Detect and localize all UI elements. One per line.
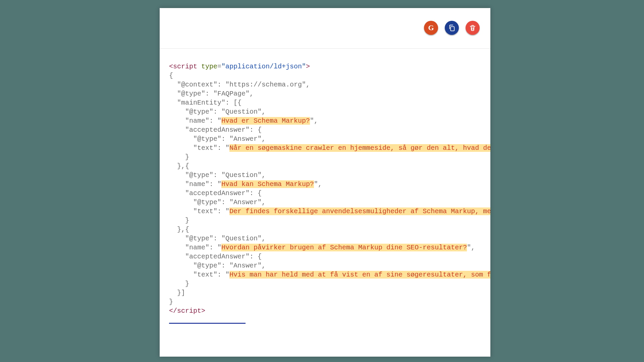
code-line: "@type": "Question", [169, 171, 266, 179]
trash-icon [469, 24, 476, 32]
google-icon: G [428, 23, 434, 32]
code-token: > [306, 63, 310, 70]
code-line: "@type": "Question", [169, 108, 266, 116]
highlighted-text: Der findes forskellige anvendelsesmuligh… [229, 207, 490, 215]
code-line: "acceptedAnswer": { [169, 126, 262, 134]
code-line: "name": " [169, 117, 221, 125]
highlighted-text: Hvordan påvirker brugen af Schema Markup… [221, 244, 467, 251]
code-line: "acceptedAnswer": { [169, 189, 262, 197]
code-line: "@type": "Question", [169, 235, 266, 242]
code-line: { [169, 72, 173, 79]
highlighted-text: Hvis man har held med at få vist en af s… [229, 271, 490, 279]
code-line: "@context": "https://schema.org", [169, 81, 310, 88]
svg-rect-0 [450, 26, 454, 31]
code-line: } [169, 280, 189, 288]
code-line: } [169, 298, 173, 306]
code-line: },{ [169, 162, 189, 170]
code-line: "acceptedAnswer": { [169, 253, 262, 260]
code-line: },{ [169, 226, 189, 233]
highlighted-text: Når en søgemaskine crawler en hjemmeside… [229, 144, 490, 152]
toolbar: G [160, 8, 490, 49]
code-line: "@type": "Answer", [169, 135, 266, 143]
code-token: </script> [169, 307, 205, 315]
delete-button[interactable] [466, 21, 480, 35]
code-token: type [201, 63, 217, 70]
highlighted-text: Hvad kan Schema Markup? [221, 180, 314, 188]
code-line: } [169, 217, 189, 224]
code-line: "@type": "FAQPage", [169, 90, 254, 98]
copy-icon [448, 24, 455, 32]
highlighted-text: Hvad er Schema Markup? [221, 117, 310, 125]
toolbar-buttons: G [424, 21, 480, 35]
code-line: "@type": "Answer", [169, 198, 266, 206]
text-cursor [169, 323, 246, 324]
code-line: "text": " [169, 271, 229, 279]
code-area[interactable]: <script type="application/ld+json"> { "@… [160, 49, 490, 338]
code-line: "mainEntity": [{ [169, 99, 241, 107]
copy-button[interactable] [445, 21, 459, 35]
code-line: }] [169, 289, 185, 297]
code-line: "text": " [169, 207, 229, 215]
google-test-button[interactable]: G [424, 21, 438, 35]
code-line: "name": " [169, 180, 221, 188]
code-line: "name": " [169, 244, 221, 251]
editor-window: G <script type="application/ld+json"> { … [160, 8, 490, 357]
code-line: "text": " [169, 144, 229, 152]
code-line: } [169, 153, 189, 161]
code-line: "@type": "Answer", [169, 262, 266, 269]
code-token: "application/ld+json" [221, 63, 306, 70]
code-token: <script [169, 63, 197, 70]
